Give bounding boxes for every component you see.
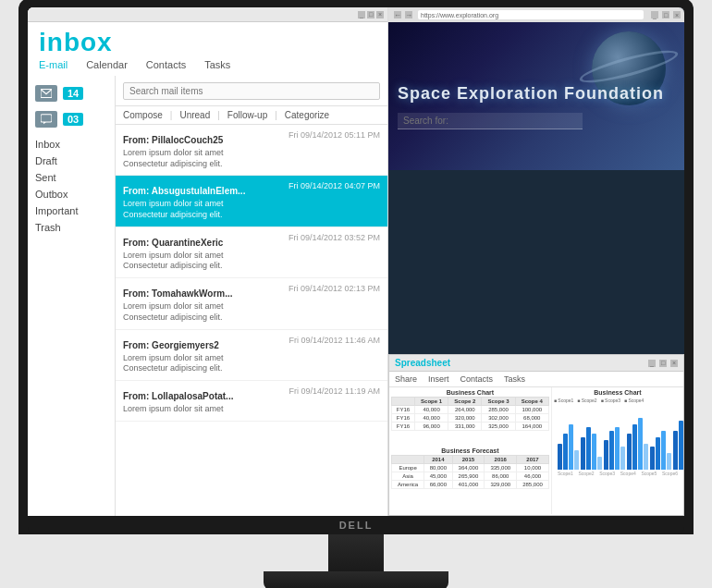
email-date: Fri 09/14/2012 03:52 PM [288,233,380,242]
categorize-button[interactable]: Categorize [285,110,329,120]
svg-rect-1 [41,115,52,122]
table-cell: 68,000 [515,414,548,423]
sidebar-draft[interactable]: Draft [35,155,107,166]
forecast-row: Europe80,000364,000335,00010,000 [392,464,549,472]
spreadsheet-tasks[interactable]: Tasks [504,374,525,384]
col-header-4: Scope 4 [515,398,548,406]
site-search-input[interactable] [398,113,583,129]
bar [581,437,585,470]
forecast-cell: Asia [392,472,424,481]
email-item[interactable]: From: Georgiemyers2 Fri 09/14/2012 11:46… [116,330,387,381]
bar [558,444,562,470]
spreadsheet-titlebar: Spreadsheet _ □ × [389,355,683,372]
email-item[interactable]: From: AbsugustulaInElem... Fri 09/14/201… [116,176,387,227]
email-preview: Lorem ipsum dolor sit ametConsectetur ad… [123,199,380,220]
forecast-cell: 329,000 [485,481,517,489]
bar [563,434,568,470]
email-titlebar: _ □ × [28,7,387,22]
table-row: FY1640,000320,000302,00068,000 [392,414,549,423]
spreadsheet-nav: Share Insert Contacts Tasks [389,372,683,387]
spreadsheet-share[interactable]: Share [395,374,417,384]
space-background: Space Exploration Foundation [388,22,684,170]
bar [638,418,643,470]
monitor-stand-base [264,571,448,588]
spreadsheet-insert[interactable]: Insert [428,374,449,384]
forecast-cell: 86,000 [485,472,517,481]
unread-button[interactable]: Unread [179,110,210,120]
email-item[interactable]: From: TomahawkWorm... Fri 09/14/2012 02:… [116,278,387,329]
chart-label: Scope2 [579,471,595,476]
nav-tasks[interactable]: Tasks [204,59,230,70]
email-date: Fri 09/14/2012 11:19 AM [288,386,380,396]
forecast-cell: 285,000 [517,481,549,489]
sidebar-inbox[interactable]: Inbox [35,139,107,150]
minimize-button[interactable]: _ [358,11,365,18]
nav-email[interactable]: E-mail [39,59,68,70]
dell-logo: DELL [339,520,374,531]
email-from: From: PillalocCouch25 [123,135,223,145]
bar [569,424,573,470]
forecast-cell: 10,000 [517,464,549,472]
bar [673,431,678,470]
spreadsheet-close[interactable]: × [670,360,678,367]
forecast-table: 2014 2015 2016 2017 Europe80,000364,0003… [391,455,549,489]
email-header: inbox E-mail Calendar Contacts Tasks [28,22,387,76]
spreadsheet-minimize[interactable]: _ [648,360,656,367]
nav-calendar[interactable]: Calendar [86,59,128,70]
mail-badge-row: 14 [28,81,115,105]
close-button[interactable]: × [376,11,384,18]
sidebar-outbox[interactable]: Outbox [35,189,107,200]
table-cell: FY16 [392,414,415,423]
bar [650,447,655,470]
sidebar-links: Inbox Draft Sent Outbox Important Trash [28,133,115,239]
table-cell: 325,000 [482,423,515,431]
forecast-cell: 401,000 [452,481,485,489]
table-cell: 164,000 [515,423,548,431]
nav-contacts[interactable]: Contacts [146,59,186,70]
browser-close[interactable]: × [673,11,681,18]
col-header-2: Scope 2 [448,398,482,406]
browser-content: Space Exploration Foundation Spreadsheet [388,22,684,516]
monitor-bottom-bezel: DELL [28,516,684,534]
sidebar-trash[interactable]: Trash [35,222,107,233]
table-row: FY1640,000264,000285,000100,000 [392,406,549,414]
sidebar-important[interactable]: Important [35,205,107,216]
table-row: FY1696,000331,000325,000164,000 [392,423,549,431]
browser-back[interactable]: ← [394,11,401,18]
sidebar-sent[interactable]: Sent [35,172,107,183]
bar [586,427,591,470]
spreadsheet-contacts[interactable]: Contacts [460,374,494,384]
col-header-1: Scope 1 [415,398,448,406]
screen-bezel: _ □ × inbox E-mail Calendar Contacts Tas… [28,7,684,516]
email-sidebar: 14 03 Inbox Draft Sent [28,76,116,516]
forecast-cell: 66,000 [424,481,452,489]
mail-icon [35,85,57,102]
search-input[interactable] [123,82,380,100]
compose-button[interactable]: Compose [123,110,163,120]
email-item[interactable]: From: PillalocCouch25 Fri 09/14/2012 05:… [116,125,387,176]
followup-button[interactable]: Follow-up [227,110,267,120]
browser-minimize[interactable]: _ [651,11,658,18]
email-main: Compose | Unread | Follow-up | Categoriz… [116,76,387,516]
col-header-3: Scope 3 [482,398,515,406]
browser-forward[interactable]: → [405,11,412,18]
bar [627,434,632,470]
email-item[interactable]: From: LollapalosaPotat... Fri 09/14/2012… [116,381,387,422]
bar [615,427,620,470]
table-cell: 264,000 [448,406,482,414]
forecast-cell: 335,000 [485,464,517,472]
email-item[interactable]: From: QuarantineXeric Fri 09/14/2012 03:… [116,227,387,278]
bar [620,447,625,470]
forecast-row: Asia45,000265,90086,00046,000 [392,472,549,481]
spreadsheet-maximize[interactable]: □ [659,360,667,367]
bar [661,431,666,470]
data-table: Scope 1 Scope 2 Scope 3 Scope 4 FY1640,0… [391,397,549,431]
email-from: From: TomahawkWorm... [123,288,233,299]
maximize-button[interactable]: □ [367,11,374,18]
browser-url-bar[interactable]: https://www.exploration.org [418,10,644,19]
chat-badge-row: 03 [28,107,115,131]
chart-label: Scope6 [662,471,678,476]
browser-maximize[interactable]: □ [662,11,669,18]
email-from: From: Georgiemyers2 [123,340,219,350]
table-cell: 302,000 [482,414,515,423]
